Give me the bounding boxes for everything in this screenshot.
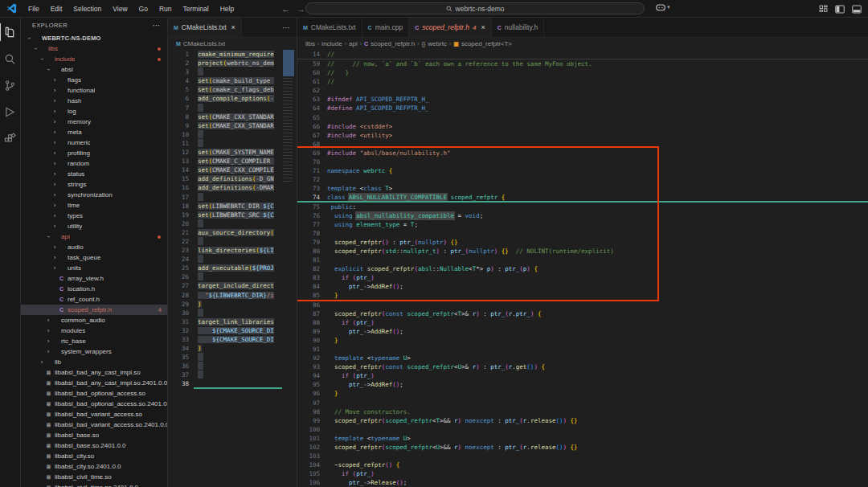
tree-item[interactable]: ≣libabsl_civil_time.so xyxy=(21,472,167,482)
code-line[interactable]: 61// xyxy=(297,77,868,86)
code-line[interactable]: 90 } xyxy=(297,336,868,345)
code-line[interactable]: 31target_link_libraries xyxy=(168,317,297,326)
close-icon[interactable]: × xyxy=(481,23,485,31)
tree-item[interactable]: ›include xyxy=(21,54,167,64)
code-line[interactable]: 88 if (ptr_) xyxy=(297,318,868,327)
code-line[interactable]: 104 ~scoped_refptr() { xyxy=(297,460,868,469)
code-line[interactable]: 62 xyxy=(297,86,868,95)
code-line[interactable]: 28 "${LIBWEBRTC_DIR}/i xyxy=(168,291,297,300)
activity-explorer[interactable] xyxy=(0,23,21,42)
tree-item[interactable]: ›api xyxy=(21,231,167,242)
code-line[interactable]: 26 xyxy=(168,272,297,281)
activity-search[interactable] xyxy=(0,49,21,68)
tree-item[interactable]: ›functional xyxy=(21,85,167,96)
tree-item[interactable]: ›WEBRTC-NS-DEMO xyxy=(21,33,167,43)
menu-view[interactable]: View xyxy=(107,0,133,18)
code-line[interactable]: 59// // now, `a` and `b` each own a refe… xyxy=(297,59,868,68)
tree-item[interactable]: ›libs xyxy=(21,43,167,54)
code-line[interactable]: 8set(CMAKE_CXX_STANDAR xyxy=(168,113,297,121)
code-line[interactable]: 17 xyxy=(168,193,297,202)
code-line[interactable]: 95 ptr_->AddRef(); xyxy=(297,380,868,389)
tree-item[interactable]: Cref_count.h xyxy=(21,294,167,305)
breadcrumb-item[interactable]: {}webrtc xyxy=(422,40,447,47)
code-line[interactable]: 106 ptr_->Release(); xyxy=(297,478,868,487)
customize-layout-icon[interactable] xyxy=(819,5,828,14)
breadcrumb-item[interactable]: api xyxy=(349,40,358,47)
activity-source-control[interactable] xyxy=(0,76,21,95)
sidebar-more-actions-icon[interactable]: ⋯ xyxy=(153,21,161,30)
code-line[interactable]: 86 xyxy=(297,301,868,309)
code-line[interactable]: 87 scoped_refptr(const scoped_refptr<T>&… xyxy=(297,309,868,318)
tree-item[interactable]: ›flags xyxy=(21,75,167,85)
code-line[interactable]: 2project(webrtc_ns_dem xyxy=(168,59,297,68)
code-line[interactable]: 10 xyxy=(168,130,297,139)
minimap[interactable] xyxy=(282,50,297,291)
tree-item[interactable]: ≣libabsl_bad_any_cast_impl.so.2401.0.0 xyxy=(21,378,167,388)
back-arrow-icon[interactable]: ← xyxy=(281,4,290,14)
code-line[interactable]: 65 xyxy=(297,113,868,122)
tree-item[interactable]: ≣libabsl_city.so xyxy=(21,451,167,461)
code-line[interactable]: 77 using element_type = T; xyxy=(297,220,868,229)
code-line[interactable]: 33 ${CMAKE_SOURCE_DI xyxy=(168,335,297,344)
menu-selection[interactable]: Selection xyxy=(68,0,107,18)
code-line[interactable]: 63#ifndef API_SCOPED_REFPTR_H_ xyxy=(297,95,868,104)
tree-item[interactable]: ›strings xyxy=(21,179,167,190)
tree-item[interactable]: ≣libabsl_base.so xyxy=(21,430,167,440)
code-line[interactable]: 80 scoped_refptr(std::nullptr_t) : ptr_(… xyxy=(297,247,868,256)
code-line[interactable]: 7 xyxy=(168,104,297,113)
code-line[interactable]: 14set(CMAKE_CXX_COMPILE xyxy=(168,166,297,174)
copilot-menu[interactable]: ▾ xyxy=(656,3,670,11)
code-line[interactable]: 22 xyxy=(168,237,297,246)
code-line[interactable]: 85 } xyxy=(297,291,868,300)
tree-item[interactable]: ≣libabsl_bad_any_cast_impl.so xyxy=(21,367,167,378)
code-line[interactable]: 66#include <cstddef> xyxy=(297,122,868,131)
tree-item[interactable]: ≣libabsl_city.so.2401.0.0 xyxy=(21,461,167,472)
tree-item[interactable]: ›memory xyxy=(21,117,167,127)
code-line[interactable]: 25add_executable(${PROJ xyxy=(168,264,297,272)
menu-go[interactable]: Go xyxy=(133,0,154,18)
code-line[interactable]: 5set(cmake_c_flags_deb xyxy=(168,85,297,94)
code-line[interactable]: 99 scoped_refptr(scoped_refptr<T>&& r) n… xyxy=(297,416,868,425)
code-line[interactable]: 29) xyxy=(168,300,297,309)
tree-item[interactable]: ›log xyxy=(21,106,167,117)
code-line[interactable]: 105 if (ptr_) xyxy=(297,469,868,478)
code-line[interactable]: 82 explicit scoped_refptr(absl::Nullable… xyxy=(297,264,868,273)
code-line[interactable]: 13set(CMAKE_C_COMPILER xyxy=(168,157,297,166)
code-line[interactable]: 38 xyxy=(168,379,297,388)
code-line[interactable]: 73template <class T> xyxy=(297,184,868,193)
tree-item[interactable]: ›hash xyxy=(21,96,167,106)
tree-item[interactable]: ›absl xyxy=(21,64,167,75)
toggle-panel-icon[interactable] xyxy=(852,5,862,14)
code-line[interactable]: 92 template <typename U> xyxy=(297,354,868,362)
code-line[interactable]: 89 ptr_->AddRef(); xyxy=(297,327,868,336)
code-line[interactable]: 100 xyxy=(297,425,868,434)
code-line[interactable]: 70 xyxy=(297,158,868,166)
sticky-scroll-line[interactable]: 14// xyxy=(297,50,868,59)
code-editor-cmake[interactable]: 1cmake_minimum_require2project(webrtc_ns… xyxy=(168,50,297,487)
code-line[interactable]: 12set(CMAKE_SYSTEM_NAME xyxy=(168,148,297,157)
code-line[interactable]: 36 xyxy=(168,362,297,370)
menu-terminal[interactable]: Terminal xyxy=(178,0,215,18)
code-line[interactable]: 96 } xyxy=(297,389,868,398)
code-line[interactable]: 11 xyxy=(168,139,297,148)
code-line[interactable]: 102 scoped_refptr(scoped_refptr<U>&& r) … xyxy=(297,443,868,452)
tab-main.cpp[interactable]: Cmain.cpp xyxy=(362,18,410,37)
breadcrumb-item[interactable]: libs xyxy=(305,40,315,47)
code-line[interactable]: 103 xyxy=(297,452,868,460)
activity-run-debug[interactable] xyxy=(0,102,21,121)
tab-CMakeLists.txt[interactable]: MCMakeLists.txt xyxy=(297,18,362,37)
toggle-sidebar-icon[interactable] xyxy=(835,5,845,14)
tree-item[interactable]: ›synchronization xyxy=(21,190,167,200)
menu-help[interactable]: Help xyxy=(215,0,240,18)
code-line[interactable]: 72 xyxy=(297,175,868,184)
code-line[interactable]: 16add_definitions(-DMAR xyxy=(168,183,297,192)
code-line[interactable]: 94 if (ptr_) xyxy=(297,371,868,380)
tree-item[interactable]: ≣libabsl_bad_variant_access.so xyxy=(21,409,167,419)
code-line[interactable]: 4set(cmake_build_type xyxy=(168,76,297,85)
tree-item[interactable]: ›modules xyxy=(21,325,167,336)
tree-item[interactable]: ›meta xyxy=(21,127,167,137)
tree-item[interactable]: ≣libabsl_bad_optional_access.so xyxy=(21,388,167,399)
tree-item[interactable]: ›units xyxy=(21,263,167,273)
tree-item[interactable]: ≣libabsl_base.so.2401.0.0 xyxy=(21,440,167,451)
command-center-search[interactable]: webrtc-ns-demo xyxy=(305,2,645,14)
